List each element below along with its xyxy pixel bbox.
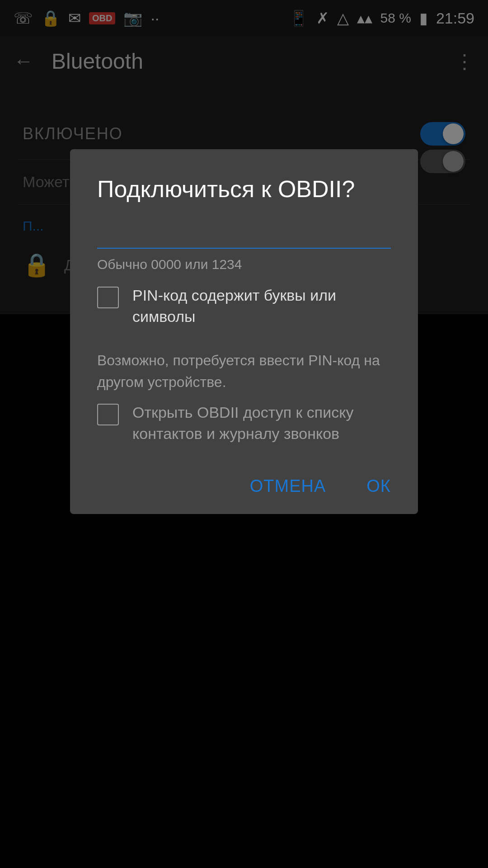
pin-hint: Обычно 0000 или 1234 [97,257,391,272]
pin-letters-checkbox[interactable] [97,287,119,308]
dialog-actions: ОТМЕНА ОК [70,463,418,514]
device-access-label: Открыть OBDII доступ к списку контактов … [132,402,391,445]
device-access-checkbox[interactable] [97,404,119,425]
possible-pin-row: Возможно, потребуется ввести PIN-код на … [97,340,391,402]
dialog-overlay: Подключиться к OBDII? Обычно 0000 или 12… [0,0,488,868]
pin-input-container [97,218,391,249]
connect-dialog: Подключиться к OBDII? Обычно 0000 или 12… [70,149,418,514]
device-access-checkbox-row: Открыть OBDII доступ к списку контактов … [97,402,391,445]
pin-input[interactable] [97,218,391,249]
dialog-body: Обычно 0000 или 1234 PIN-код содержит бу… [70,218,418,463]
pin-letters-checkbox-row: PIN-код содержит буквы или символы [97,285,391,328]
ok-button[interactable]: ОК [357,472,400,500]
pin-letters-label: PIN-код содержит буквы или символы [132,285,391,328]
cancel-button[interactable]: ОТМЕНА [241,472,335,500]
dialog-title: Подключиться к OBDII? [70,149,418,218]
possible-pin-text: Возможно, потребуется ввести PIN-код на … [97,352,380,390]
